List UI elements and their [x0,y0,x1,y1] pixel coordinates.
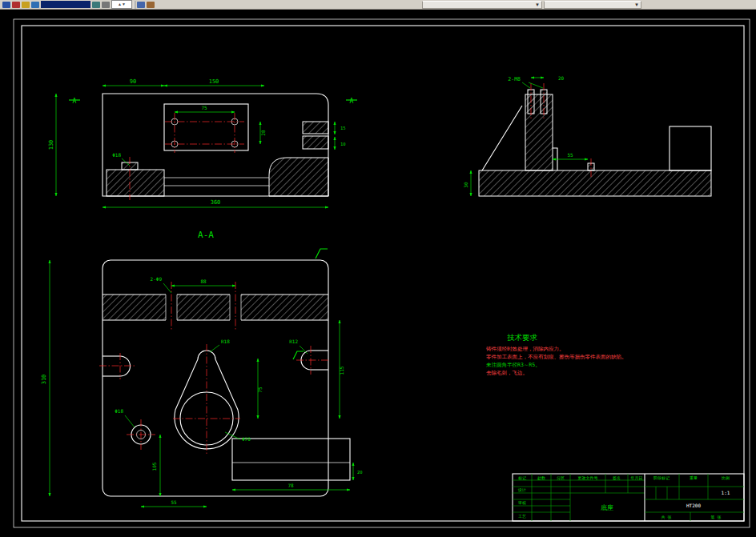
section-label: A-A [198,230,214,240]
tech-requirements-title: 技术要求 [507,333,538,342]
clamp-plate-detail [232,439,350,480]
titleblock-label: 标记 [517,475,526,481]
front-section-view[interactable] [56,86,357,207]
toolbar-separator [134,1,135,9]
dimension-label: Φ18 [112,152,121,158]
dimension-label: 75 [201,105,207,110]
spinner-arrows-icon: ▲▼ [118,2,126,6]
titleblock-label: 工艺 [518,514,526,519]
drawing-frame [14,19,750,527]
dimension-label: R18 [221,339,230,344]
toolbar: ▲▼ ▼ ▼ [0,0,756,10]
dimension-label: 30 [463,182,468,188]
cad-viewport[interactable]: A-A 技术要求 铸件须经时效处理，消除内应力。 零件加工表面上，不应有划痕、擦… [0,0,756,537]
dimension-label: 10 [340,142,346,146]
dimension-label: 55 [567,152,573,158]
properties-icon[interactable] [147,2,155,8]
gusset-edge [482,106,522,170]
tech-requirement-line: 去除毛刺，飞边。 [486,370,528,376]
titleblock-label: 重量 [690,475,698,480]
titleblock-label: 处数 [537,475,545,481]
titleblock-label: 分区 [557,475,565,480]
titleblock-label: 签名 [613,475,621,481]
dimension-label: 2-Φ9 [151,276,163,282]
titleblock-label: 审核 [518,500,526,505]
tech-requirement-line: 零件加工表面上，不应有划痕、擦伤等损伤零件表面的缺陷。 [486,354,627,360]
layers-icon[interactable] [137,2,145,8]
style-combo[interactable]: ▼ [544,1,641,9]
rail-section [303,136,328,149]
dimension-label: 55 [171,499,177,505]
titleblock-label: 年月日 [631,475,643,481]
plan-view[interactable] [50,249,353,507]
titleblock-label: 更改文件号 [578,475,598,480]
new-icon[interactable] [2,2,10,8]
surface-finish-icon [316,249,328,258]
titleblock-label: 比例 [722,475,730,481]
titleblock-label: 共 张 [661,515,671,520]
side-section-view[interactable] [471,78,711,196]
open-icon[interactable] [12,2,20,8]
dimension-label: R12 [289,339,298,344]
hatched-rib [103,295,328,320]
part-name: 底座 [601,504,613,511]
base-plate-section [479,170,711,196]
chevron-down-icon: ▼ [535,2,541,7]
section-letter: A [350,98,354,105]
left-notch [120,356,131,376]
titleblock-label: 设计 [517,487,526,492]
save-icon[interactable] [22,2,30,8]
title-block: 底座 HT200 1:1 [513,474,744,521]
active-command-chip[interactable] [41,1,90,8]
dimension-label: 75 [257,387,263,393]
section-letter: A [73,98,77,105]
tech-requirement-line: 铸件须经时效处理，消除内应力。 [485,346,565,352]
zoom-icon[interactable] [92,2,100,8]
tech-requirements-block: 技术要求 铸件须经时效处理，消除内应力。 零件加工表面上，不应有划痕、擦伤等损伤… [485,333,627,376]
print-icon[interactable] [31,2,39,8]
spinner-box[interactable]: ▲▼ [111,0,132,9]
titleblock-label: 第 张 [710,515,721,520]
dimension-label: 20 [357,470,363,475]
tech-requirement-line: 未注圆角半径R3～R5。 [486,362,541,368]
pan-icon[interactable] [102,2,110,8]
dimension-label: 130 [48,140,54,150]
layer-combo[interactable]: ▼ [422,1,542,9]
dimension-label: 115 [339,366,344,375]
dimension-label: 88 [200,279,207,284]
dimension-label: 310 [41,375,47,385]
chevron-down-icon: ▼ [634,2,641,7]
mounting-plate [164,104,248,150]
side-block [670,126,711,170]
material-value: HT200 [686,503,701,508]
dimension-label: 360 [211,199,221,206]
left-pedestal [107,170,164,196]
dimension-label: 90 [130,78,136,85]
dimension-label: 20 [558,75,565,81]
scale-value: 1:1 [722,490,730,495]
rail-section [303,122,328,134]
dimension-label: Φ70 [242,436,251,442]
dimension-label: 15 [340,126,346,130]
dimension-label: 28 [260,130,266,136]
dimension-label: 150 [209,78,219,85]
dimension-label: 78 [288,483,294,488]
dimension-label: 2-M8 [508,76,521,82]
right-base [269,158,328,196]
dimension-label: Φ18 [115,408,123,414]
titleblock-label: 阶段标记 [653,475,670,481]
dimension-label: 105 [151,462,157,471]
